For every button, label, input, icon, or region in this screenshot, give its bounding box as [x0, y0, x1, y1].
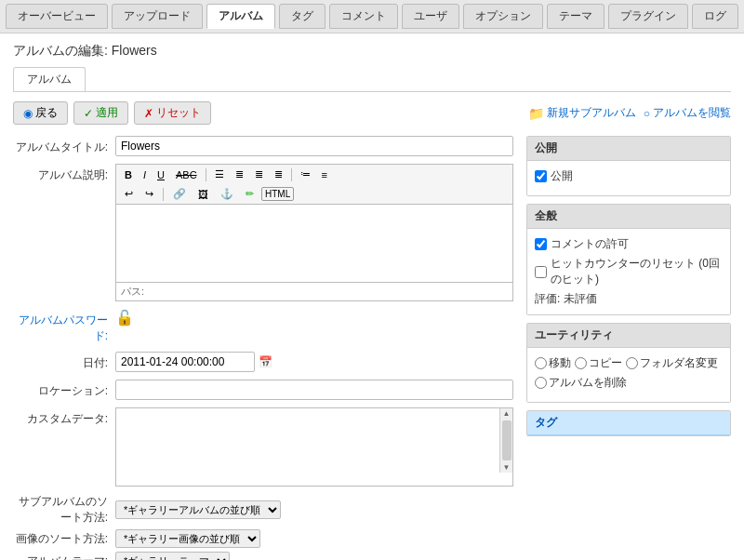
- top-navigation: オーバービュー アップロード アルバム タグ コメント ユーザ オプション テー…: [0, 0, 744, 33]
- reset-label: リセット: [156, 105, 201, 121]
- nav-tab-upload[interactable]: アップロード: [112, 4, 203, 29]
- publish-box: 公開 公開: [526, 136, 731, 196]
- toolbar-image[interactable]: 🖼: [193, 187, 213, 202]
- toolbar-align-center[interactable]: ≣: [231, 167, 248, 182]
- main-layout: アルバムタイトル: アルバム説明: B I U ABC ☰: [13, 136, 731, 560]
- sub-tab-album[interactable]: アルバム: [13, 67, 86, 91]
- toolbar-link[interactable]: 🔗: [168, 186, 191, 202]
- toolbar-anchor[interactable]: ⚓: [216, 186, 238, 202]
- copy-label: コピー: [589, 355, 622, 371]
- toolbar-color[interactable]: ✏: [241, 186, 259, 202]
- toolbar-strike[interactable]: ABC: [171, 167, 202, 182]
- action-left: ◉ 戻る ✓ 適用 ✗ リセット: [13, 101, 211, 125]
- nav-tab-plugin[interactable]: プラグイン: [608, 4, 688, 29]
- toolbar-list-ul[interactable]: ≡: [317, 167, 332, 182]
- nav-tab-album[interactable]: アルバム: [206, 4, 275, 29]
- album-theme-select[interactable]: *ギャラリーテーマ: [115, 552, 230, 560]
- path-bar: パス:: [115, 283, 513, 301]
- delete-radio[interactable]: [535, 377, 547, 389]
- browse-album-label: アルバムを閲覧: [653, 105, 731, 121]
- scroll-thumb: [502, 420, 512, 460]
- toolbar-underline[interactable]: U: [153, 167, 169, 182]
- custom-data-wrap: ▲ ▼: [115, 407, 513, 487]
- album-title-row: アルバムタイトル:: [13, 136, 513, 156]
- action-bar: ◉ 戻る ✓ 適用 ✗ リセット 📁 新規サブアルバム ○ アルバムを閲覧: [13, 101, 731, 125]
- rename-label: フォルダ名変更: [640, 355, 718, 371]
- sub-sort-select[interactable]: *ギャラリーアルバムの並び順: [115, 500, 281, 519]
- album-theme-label: アルバムテーマ:: [13, 553, 115, 561]
- reset-icon: ✗: [144, 107, 153, 120]
- new-subalbum-button[interactable]: 📁 新規サブアルバム: [528, 105, 636, 121]
- utilities-box: ユーティリティ 移動 コピー フォルダ名変更: [526, 323, 731, 403]
- toolbar-html[interactable]: HTML: [261, 187, 294, 201]
- move-label: 移動: [549, 355, 571, 371]
- scroll-up-icon[interactable]: ▲: [502, 408, 512, 419]
- calendar-icon[interactable]: 📅: [259, 355, 272, 368]
- delete-radio-label[interactable]: アルバムを削除: [535, 375, 627, 391]
- lock-icon: 🔓: [115, 310, 134, 326]
- toolbar-italic[interactable]: I: [139, 167, 151, 182]
- password-row: アルバムパスワード: 🔓: [13, 309, 513, 344]
- custom-data-textarea[interactable]: [116, 408, 512, 483]
- date-input[interactable]: [115, 352, 255, 372]
- browse-album-button[interactable]: ○ アルバムを閲覧: [644, 105, 731, 121]
- album-desc-row: アルバム説明: B I U ABC ☰ ≣ ≣ ≣ ≔: [13, 164, 513, 301]
- image-sort-row: 画像のソート方法: *ギャラリー画像の並び順: [13, 529, 513, 548]
- copy-radio-label[interactable]: コピー: [575, 355, 622, 371]
- nav-tab-comment[interactable]: コメント: [329, 4, 398, 29]
- copy-radio[interactable]: [575, 357, 587, 369]
- description-textarea[interactable]: [116, 205, 512, 279]
- nav-tab-theme[interactable]: テーマ: [547, 4, 604, 29]
- toolbar-align-justify[interactable]: ≣: [270, 167, 287, 182]
- toolbar-align-left[interactable]: ☰: [210, 167, 229, 182]
- publish-body: 公開: [527, 161, 730, 195]
- rename-radio[interactable]: [626, 357, 638, 369]
- nav-tab-tag[interactable]: タグ: [279, 4, 326, 29]
- publish-checkbox[interactable]: [535, 170, 547, 182]
- toolbar-list-ol[interactable]: ≔: [296, 167, 315, 182]
- album-title-label: アルバムタイトル:: [13, 136, 115, 155]
- general-header: 全般: [527, 205, 730, 229]
- image-sort-label: 画像のソート方法:: [13, 531, 115, 547]
- comment-check-label: コメントの許可: [551, 236, 629, 252]
- toolbar-align-right[interactable]: ≣: [250, 167, 268, 182]
- tags-box: タグ: [526, 410, 731, 436]
- move-radio[interactable]: [535, 357, 547, 369]
- comment-check-row: コメントの許可: [535, 236, 723, 252]
- delete-label: アルバムを削除: [549, 375, 627, 391]
- scroll-down-icon[interactable]: ▼: [502, 462, 512, 473]
- comment-checkbox[interactable]: [535, 238, 547, 250]
- browse-icon: ○: [644, 107, 650, 120]
- rename-radio-label[interactable]: フォルダ名変更: [626, 355, 718, 371]
- album-desc-field: B I U ABC ☰ ≣ ≣ ≣ ≔ ≡: [115, 164, 513, 301]
- utilities-body: 移動 コピー フォルダ名変更: [527, 348, 730, 402]
- nav-tab-user[interactable]: ユーザ: [402, 4, 459, 29]
- tags-header: タグ: [527, 411, 730, 435]
- back-button[interactable]: ◉ 戻る: [13, 101, 68, 125]
- location-row: ロケーション:: [13, 380, 513, 400]
- move-radio-label[interactable]: 移動: [535, 355, 571, 371]
- apply-button[interactable]: ✓ 適用: [73, 101, 128, 125]
- toolbar-bold[interactable]: B: [120, 167, 137, 182]
- location-input[interactable]: [115, 380, 513, 400]
- editor-area: [115, 204, 513, 283]
- apply-label: 適用: [96, 105, 118, 121]
- album-title-input[interactable]: [115, 136, 513, 156]
- toolbar-sep-3: [163, 188, 164, 201]
- toolbar-redo[interactable]: ↪: [140, 186, 158, 202]
- page-title: アルバムの編集: Flowers: [13, 43, 731, 60]
- nav-tab-log[interactable]: ログ: [692, 4, 738, 29]
- reset-button[interactable]: ✗ リセット: [134, 101, 211, 125]
- editor-toolbar-2: ↩ ↪ 🔗 🖼 ⚓ ✏ HTML: [115, 184, 513, 204]
- nav-tab-overview[interactable]: オーバービュー: [6, 4, 108, 29]
- location-label: ロケーション:: [13, 380, 115, 399]
- album-desc-label: アルバム説明:: [13, 164, 115, 183]
- hit-reset-checkbox[interactable]: [535, 266, 547, 278]
- password-field: 🔓: [115, 309, 513, 327]
- custom-data-row: カスタムデータ: ▲ ▼: [13, 407, 513, 487]
- date-label: 日付:: [13, 352, 115, 371]
- image-sort-select[interactable]: *ギャラリー画像の並び順: [115, 529, 260, 548]
- editor-toolbar-1: B I U ABC ☰ ≣ ≣ ≣ ≔ ≡: [115, 164, 513, 184]
- nav-tab-options[interactable]: オプション: [463, 4, 543, 29]
- toolbar-undo[interactable]: ↩: [120, 186, 138, 202]
